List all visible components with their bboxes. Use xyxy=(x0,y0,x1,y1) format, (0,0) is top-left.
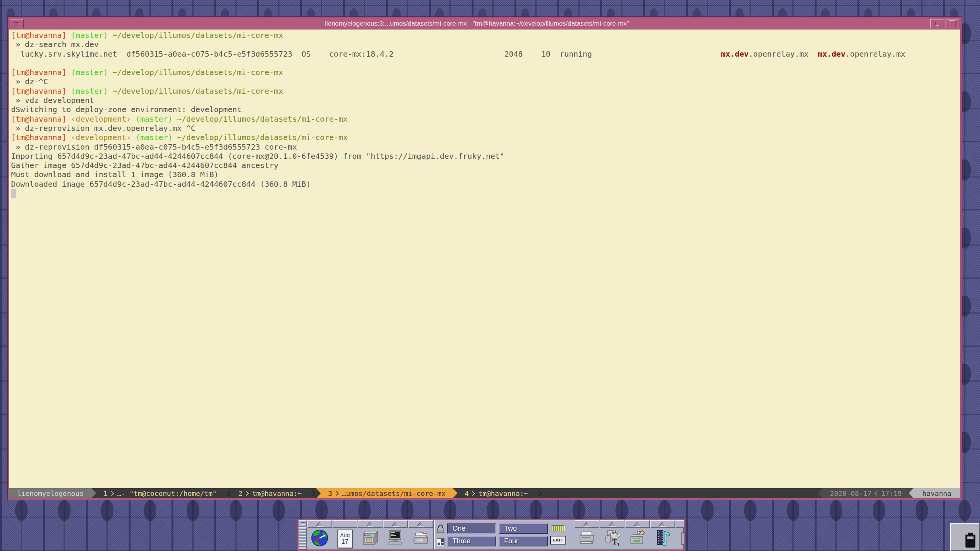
subpanel-arrow-terminal[interactable] xyxy=(383,520,408,528)
terminal-line: [tm@havanna] ‹development› (master) ~/de… xyxy=(11,133,960,142)
powerline-separator-icon xyxy=(909,488,913,498)
terminal-launcher[interactable] xyxy=(383,528,408,550)
maximize-icon xyxy=(949,20,956,27)
window-title: lienomyelogenous:3:...umos/datasets/mi-c… xyxy=(24,18,929,29)
chevron-right-icon xyxy=(536,490,542,496)
panel-handle-left[interactable] xyxy=(299,527,307,549)
chevron-left-icon xyxy=(875,491,880,496)
slot-media xyxy=(650,520,675,550)
terminal-line: dSwitching to deploy-zone environment: d… xyxy=(11,105,960,114)
subpanel-arrow-apps[interactable] xyxy=(625,520,650,528)
iconified-window[interactable] xyxy=(950,523,980,551)
tmux-window-3[interactable]: 3…umos/datasets/mi-core-mx xyxy=(321,488,452,498)
subpanel-arrow-help[interactable] xyxy=(676,520,685,528)
terminal-window: lienomyelogenous:3:...umos/datasets/mi-c… xyxy=(8,17,962,500)
file-manager-icon xyxy=(360,528,380,549)
chevron-right-icon xyxy=(224,490,230,496)
up-arrow-icon xyxy=(392,522,399,526)
subpanel-arrow-clock[interactable] xyxy=(307,520,332,528)
svg-text:T: T xyxy=(617,542,620,547)
tmux-window-1[interactable]: 1…- "tm@coconut:/home/tm" xyxy=(96,488,224,498)
style-manager-icon: T T xyxy=(602,528,622,549)
subpanel-arrow-style[interactable] xyxy=(600,520,624,528)
chevron-right-icon xyxy=(470,491,475,496)
exit-button[interactable]: EXIT xyxy=(550,536,566,544)
workspace-blank-icon[interactable] xyxy=(437,538,444,546)
tmux-hostname: havanna xyxy=(913,488,960,498)
tmux-date: 2020-08-17 xyxy=(826,489,871,497)
lock-icon[interactable] xyxy=(436,524,445,535)
panel-iconify-button[interactable] xyxy=(299,520,307,527)
help-viewer-icon: ? xyxy=(678,528,685,549)
slot-mail xyxy=(408,520,433,550)
help-launcher[interactable]: ? xyxy=(675,528,685,550)
subpanel-arrow-files[interactable] xyxy=(358,520,382,528)
terminal-line: Must download and install 1 image (360.8… xyxy=(11,170,960,179)
subpanel-arrow-media[interactable] xyxy=(650,520,675,528)
titlebar[interactable]: lienomyelogenous:3:...umos/datasets/mi-c… xyxy=(9,18,960,29)
powerline-separator-icon xyxy=(453,488,457,498)
maximize-button[interactable] xyxy=(946,19,959,28)
printer-launcher[interactable] xyxy=(574,528,599,550)
desktop: lienomyelogenous:3:...umos/datasets/mi-c… xyxy=(0,0,980,551)
workspace-button-two[interactable]: Two xyxy=(499,523,548,534)
mail-launcher[interactable] xyxy=(408,528,433,550)
shade-button[interactable] xyxy=(930,19,944,28)
slot-file-manager xyxy=(358,520,383,550)
workspace-button-four[interactable]: Four xyxy=(499,536,548,546)
chevron-right-icon xyxy=(334,491,339,496)
media-launcher[interactable] xyxy=(650,528,675,550)
media-player-icon xyxy=(653,528,673,549)
slot-clock xyxy=(307,520,332,550)
terminal-line: » dz-search mx.dev xyxy=(11,40,960,49)
subpanel-arrow-printer[interactable] xyxy=(575,520,599,528)
calendar-icon: Aug 17 xyxy=(337,530,353,548)
iconify-button[interactable] xyxy=(10,19,24,28)
tmux-window-4[interactable]: 4tm@havanna:~ xyxy=(457,488,536,498)
slot-style-manager: T T xyxy=(599,520,625,550)
chevron-right-icon xyxy=(310,490,316,496)
slot-printer xyxy=(574,520,599,550)
terminal-line: [tm@havanna] (master) ~/develop/illumos/… xyxy=(11,68,960,77)
terminal-output[interactable]: [tm@havanna] (master) ~/develop/illumos/… xyxy=(9,29,960,488)
terminal-line: Gather image 657d4d9c-23ad-47bc-ad44-424… xyxy=(11,161,960,170)
workspace-button-three[interactable]: Three xyxy=(447,536,496,546)
clock-globe-icon xyxy=(310,528,330,549)
printer-icon xyxy=(577,528,597,549)
terminal-line xyxy=(11,59,960,68)
slot-help: ? xyxy=(675,520,685,550)
calendar-day: 17 xyxy=(341,538,348,545)
terminal-line: » dz-reprovision mx.dev.openrelay.mx ^C xyxy=(11,124,960,133)
strip-blank-calendar xyxy=(333,520,357,528)
workspace-button-one[interactable]: One xyxy=(447,523,496,534)
clock-launcher[interactable] xyxy=(307,528,332,550)
powerline-separator-icon xyxy=(818,488,823,498)
tmux-date-time: 2020-08-1717:19 xyxy=(823,488,909,498)
battery-icon xyxy=(963,531,978,549)
up-arrow-icon xyxy=(367,522,373,526)
terminal-line: Importing 657d4d9c-23ad-47bc-ad44-424460… xyxy=(11,152,960,161)
terminal-line: lucky.srv.skylime.net df560315-a0ea-c075… xyxy=(11,49,960,59)
calendar-launcher[interactable]: Aug 17 xyxy=(332,528,358,550)
terminal-line: [tm@havanna] (master) ~/develop/illumos/… xyxy=(11,31,960,40)
chevron-right-icon xyxy=(244,491,249,496)
terminal-body: [tm@havanna] (master) ~/develop/illumos/… xyxy=(9,29,960,498)
terminal-line: » dz-reprovision df560315-a0ea-c075-b4c5… xyxy=(11,142,960,152)
up-arrow-icon xyxy=(609,522,615,526)
tmux-status-bar: lienomyelogenous 1…- "tm@coconut:/home/t… xyxy=(9,488,960,498)
tmux-window-2[interactable]: 2tm@havanna:~ xyxy=(231,488,309,498)
terminal-line: » vdz development xyxy=(11,96,960,105)
up-arrow-icon xyxy=(584,522,590,526)
app-manager-launcher[interactable] xyxy=(625,528,650,550)
switch-right-column: EXIT xyxy=(550,525,566,544)
subpanel-arrow-mail[interactable] xyxy=(408,520,433,528)
terminal-line xyxy=(11,189,960,198)
busy-light xyxy=(552,525,565,531)
style-manager-launcher[interactable]: T T xyxy=(599,528,625,550)
workspace-pager: OneTwoThreeFour xyxy=(447,523,548,546)
tmux-session-name: lienomyelogenous xyxy=(9,488,91,498)
file-manager-launcher[interactable] xyxy=(358,528,383,550)
slot-terminal xyxy=(383,520,408,550)
panel-iconify-icon xyxy=(301,522,305,525)
shade-icon xyxy=(935,22,939,26)
